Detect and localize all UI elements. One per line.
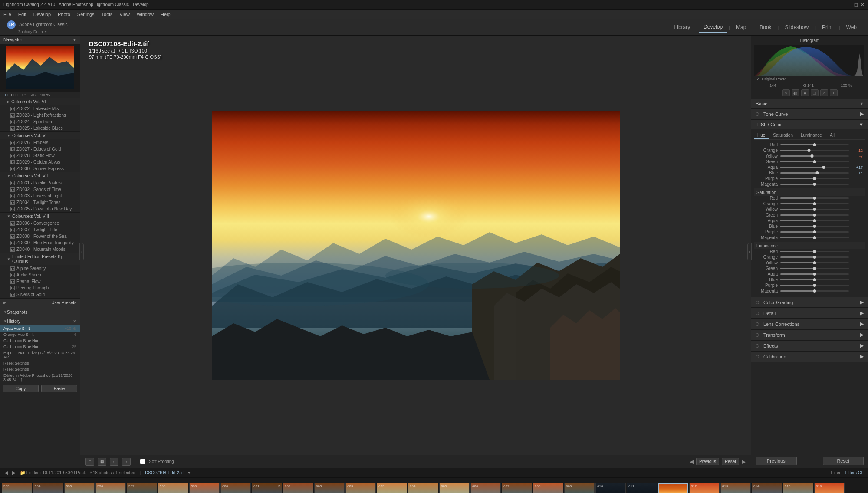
preset-item[interactable]: LrZD033 - Layers of Light (0, 193, 80, 199)
fit-option-fill[interactable]: FILL (11, 93, 19, 97)
filmstrip-thumb[interactable]: 597 (127, 483, 157, 493)
history-item[interactable]: Export - Hard Drive (12/18/2020 10:33:29… (0, 350, 80, 360)
view-grid-btn[interactable]: ▦ (98, 458, 106, 466)
hue-slider-blue[interactable] (780, 172, 849, 174)
lum-slider-magenta[interactable] (780, 290, 849, 292)
histogram-ctrl-2[interactable]: ◐ (792, 89, 799, 96)
preset-item[interactable]: LrAlpine Serenity (0, 265, 80, 272)
menu-edit[interactable]: Edit (18, 12, 26, 17)
calibration-enable-dot[interactable] (756, 355, 759, 358)
preset-item[interactable]: LrZD032 - Sands of Time (0, 186, 80, 193)
filmstrip-thumb[interactable]: 601 ⚑ (252, 483, 282, 493)
preset-item[interactable]: LrZD030 - Sunset Express (0, 165, 80, 172)
menu-file[interactable]: File (3, 12, 11, 17)
preset-item[interactable]: LrZD023 - Light Refractions (0, 112, 80, 118)
preset-item[interactable]: LrZD029 - Golden Abyss (0, 159, 80, 165)
hue-slider-green[interactable] (780, 161, 849, 162)
sat-slider-red[interactable] (780, 197, 849, 199)
reset-button[interactable]: Reset (722, 458, 739, 465)
snapshots-header[interactable]: ▼ Snapshots + (0, 307, 80, 317)
histogram-ctrl-4[interactable]: □ (811, 89, 819, 96)
preset-item[interactable]: LrZD026 - Embers (0, 139, 80, 146)
fit-option-50[interactable]: 50% (30, 93, 37, 97)
window-controls[interactable]: — □ ✕ (847, 2, 865, 8)
hue-slider-purple[interactable] (780, 178, 849, 179)
effects-header[interactable]: Effects ▶ (751, 341, 868, 351)
history-item[interactable]: Orange Hue Shift -6 (0, 332, 80, 338)
module-develop[interactable]: Develop (699, 22, 727, 33)
sat-slider-aqua[interactable] (780, 220, 849, 221)
tone-curve-enable-dot[interactable] (756, 112, 759, 116)
paste-button[interactable]: Paste (41, 385, 77, 392)
lum-slider-purple[interactable] (780, 285, 849, 286)
filmstrip-thumb[interactable]: 594 (33, 483, 63, 493)
hue-slider-magenta[interactable] (780, 184, 849, 185)
effects-enable-dot[interactable] (756, 344, 759, 348)
basic-header[interactable]: Basic ▼ (751, 99, 868, 108)
filmstrip-thumb[interactable]: 602 (283, 483, 313, 493)
right-panel-collapse-btn[interactable]: › (747, 243, 752, 260)
menu-tools[interactable]: Tools (102, 12, 113, 17)
filmstrip-thumb[interactable]: 599 (189, 483, 220, 493)
preset-item[interactable]: LrZD022 - Lakeside Mist (0, 105, 80, 112)
view-survey-btn[interactable]: ↕ (122, 458, 131, 466)
filmstrip-thumb[interactable]: 607 (502, 483, 532, 493)
preset-item[interactable]: LrZD024 - Spectrum (0, 118, 80, 125)
filmstrip-nav-next[interactable]: ▶ (12, 470, 16, 476)
view-loupe-btn[interactable]: □ (85, 458, 94, 466)
hue-slider-yellow[interactable] (780, 155, 849, 157)
color-grading-enable-dot[interactable] (756, 301, 759, 304)
tab-saturation[interactable]: Saturation (769, 132, 796, 139)
preset-item[interactable]: LrEternal Flow (0, 278, 80, 285)
filmstrip-thumb[interactable]: 609 (564, 483, 595, 493)
preset-item[interactable]: LrArctic Sheen (0, 272, 80, 278)
tab-hue[interactable]: Hue (754, 132, 769, 139)
preset-item[interactable]: LrSlivers of Gold (0, 291, 80, 298)
history-item[interactable]: Reset Settings (0, 360, 80, 366)
fit-option-100[interactable]: 100% (40, 93, 50, 97)
histogram-ctrl-3[interactable]: ● (801, 89, 809, 96)
filmstrip-thumb[interactable]: 603 (314, 483, 345, 493)
transform-enable-dot[interactable] (756, 333, 759, 337)
menu-view[interactable]: View (119, 12, 130, 17)
filmstrip-thumb[interactable]: 814 (752, 483, 782, 493)
history-item[interactable]: Calibration Blue Hue (0, 338, 80, 344)
preset-item[interactable]: LrZD034 - Twilight Tones (0, 199, 80, 206)
filmstrip-thumb[interactable]: 816 2 (814, 483, 845, 493)
preset-item[interactable]: LrZD027 - Edges of Gold (0, 146, 80, 152)
preset-item[interactable]: LrZD038 - Power of the Sea (0, 233, 80, 240)
module-library[interactable]: Library (670, 23, 695, 32)
hue-slider-red[interactable] (780, 144, 849, 145)
history-header[interactable]: ▼ History ✕ (0, 317, 80, 325)
hue-slider-aqua[interactable] (780, 167, 849, 168)
filmstrip-nav-prev[interactable]: ◀ (4, 470, 8, 476)
preset-item[interactable]: LrZD037 - Twilight Tide (0, 227, 80, 233)
copy-button[interactable]: Copy (3, 385, 39, 392)
preset-group-coloursets-vii-header[interactable]: ▼ Coloursets Vol. VII (0, 172, 80, 180)
module-slideshow[interactable]: Slideshow (780, 23, 813, 32)
preset-group-coloursets-vi2-header[interactable]: ▼ Coloursets Vol. VI (0, 132, 80, 139)
lum-slider-blue[interactable] (780, 279, 849, 280)
filmstrip-thumb[interactable]: 593 (2, 483, 32, 493)
preset-item[interactable]: LrZD025 - Lakeside Blues (0, 125, 80, 131)
filmstrip-thumb[interactable]: 604 (408, 483, 438, 493)
preset-item[interactable]: LrPeering Through (0, 285, 80, 291)
transform-header[interactable]: Transform ▶ (751, 330, 868, 340)
tone-curve-header[interactable]: Tone Curve ▶ (751, 109, 868, 119)
sat-slider-yellow[interactable] (780, 209, 849, 210)
menu-settings[interactable]: Settings (77, 12, 95, 17)
preset-item[interactable]: LrZD035 - Dawn of a New Day (0, 206, 80, 212)
histogram-ctrl-1[interactable]: ○ (782, 89, 790, 96)
soft-proofing-checkbox[interactable] (140, 459, 145, 464)
menu-develop[interactable]: Develop (33, 12, 51, 17)
filmstrip-thumb[interactable]: 596 (95, 483, 126, 493)
preset-group-coloursets-viii-header[interactable]: ▼ Coloursets Vol. VIII (0, 213, 80, 220)
preset-group-calibrus-header[interactable]: ▼ Limited Edition Presets By Calibrus (0, 253, 80, 265)
color-grading-header[interactable]: Color Grading ▶ (751, 297, 868, 308)
preset-item[interactable]: LrZD028 - Static Flow (0, 152, 80, 159)
preset-item[interactable]: LrZD031 - Pacific Pastels (0, 180, 80, 186)
reset-settings-button[interactable]: Reset (823, 457, 864, 465)
lum-slider-aqua[interactable] (780, 273, 849, 275)
minimize-btn[interactable]: — (847, 2, 852, 8)
histogram-ctrl-6[interactable]: + (830, 89, 838, 96)
